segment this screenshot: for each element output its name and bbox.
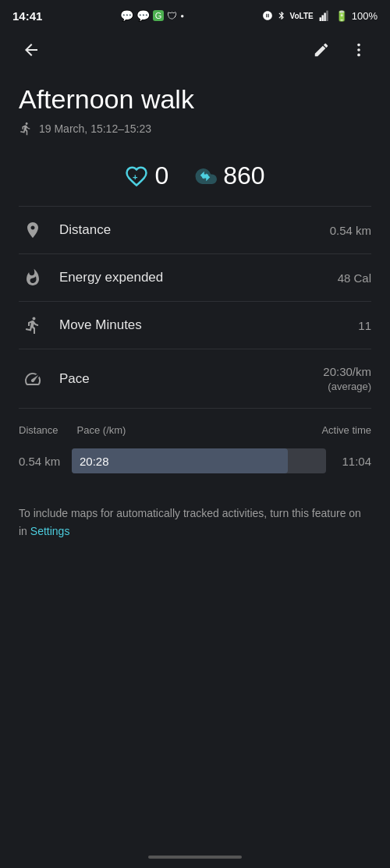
row-distance: 0.54 km [19, 455, 66, 468]
pace-bar-container: 20:28 [72, 448, 326, 473]
move-score-value: 860 [223, 161, 264, 190]
energy-icon [23, 268, 42, 287]
back-button[interactable] [16, 34, 47, 66]
battery-icon: 🔋 [335, 10, 348, 22]
status-icons: 💬 💬 G 🛡 ● [120, 9, 184, 22]
metrics-list: Distance 0.54 km Energy expended 48 Cal … [0, 207, 390, 408]
move-minutes-value: 11 [358, 319, 371, 332]
distance-label: Distance [59, 222, 330, 238]
dot-indicator: ● [180, 12, 184, 19]
activity-date: 19 March, 15:12–15:23 [39, 122, 151, 135]
svg-rect-2 [324, 13, 325, 22]
svg-text:+: + [133, 172, 138, 182]
table-row: 0.54 km 20:28 11:04 [19, 442, 371, 480]
move-minutes-metric: Move Minutes 11 [19, 302, 371, 349]
stats-row: + 0 860 [0, 143, 390, 206]
pace-metric: Pace 20:30/km (average) [19, 349, 371, 408]
pace-bar-value: 20:28 [80, 455, 109, 468]
status-time: 14:41 [12, 9, 42, 23]
pace-bar-fill: 20:28 [72, 448, 288, 473]
edit-button[interactable] [306, 34, 337, 66]
move-minutes-label: Move Minutes [59, 317, 358, 333]
table-header-left: Distance Pace (/km) [19, 424, 126, 436]
whatsapp-icon: 💬 [120, 9, 133, 22]
header-section: Afternoon walk 19 March, 15:12–15:23 [0, 72, 390, 143]
signal-icon [317, 10, 332, 21]
activity-title: Afternoon walk [19, 84, 371, 115]
energy-label: Energy expended [59, 270, 338, 285]
info-section: To include maps for automatically tracke… [0, 480, 390, 558]
move-score-icon [193, 165, 217, 188]
distance-metric: Distance 0.54 km [19, 207, 371, 254]
energy-value: 48 Cal [338, 271, 371, 285]
nav-right-buttons [306, 34, 374, 66]
svg-point-6 [357, 54, 360, 57]
alarm-icon [262, 10, 273, 21]
distance-value: 0.54 km [330, 224, 371, 237]
move-score-stat: 860 [193, 161, 264, 190]
table-header: Distance Pace (/km) Active time [19, 421, 371, 442]
svg-rect-1 [321, 15, 323, 21]
battery-percent: 100% [352, 10, 378, 22]
settings-link[interactable]: Settings [30, 525, 70, 537]
col-pace-header: Pace (/km) [77, 424, 126, 436]
status-right: VoLTE 🔋 100% [262, 10, 378, 22]
app-icon: G [153, 10, 165, 21]
status-bar: 14:41 💬 💬 G 🛡 ● VoLTE 🔋 100% [0, 0, 390, 28]
activity-subtitle: 19 March, 15:12–15:23 [19, 121, 371, 136]
energy-metric: Energy expended 48 Cal [19, 254, 371, 302]
pace-icon-container [19, 370, 47, 388]
volte-icon: VoLTE [290, 12, 314, 20]
col-distance-header: Distance [19, 424, 58, 436]
svg-point-4 [357, 44, 360, 47]
walking-icon [19, 121, 33, 136]
heart-points-stat: + 0 [125, 161, 168, 190]
distance-icon-container [19, 221, 47, 239]
top-navigation [0, 28, 390, 72]
messenger-icon: 💬 [136, 9, 150, 22]
move-minutes-icon-container [19, 316, 47, 335]
pace-label: Pace [59, 371, 323, 387]
shield-icon: 🛡 [167, 10, 177, 22]
move-minutes-icon [23, 316, 42, 335]
data-table-section: Distance Pace (/km) Active time 0.54 km … [0, 409, 390, 480]
pace-icon [23, 370, 42, 388]
pace-main: 20:30/km [323, 363, 371, 380]
heart-points-value: 0 [154, 161, 168, 190]
svg-point-5 [357, 48, 360, 51]
distance-icon [23, 221, 42, 239]
row-active-time: 11:04 [332, 455, 371, 468]
pace-value: 20:30/km (average) [323, 363, 371, 394]
info-text-content: To include maps for automatically tracke… [19, 507, 361, 537]
pace-sub: (average) [323, 380, 371, 394]
home-indicator [148, 856, 242, 859]
info-text: To include maps for automatically tracke… [19, 505, 371, 540]
svg-rect-3 [326, 11, 328, 21]
col-active-time-header: Active time [321, 424, 371, 436]
svg-rect-0 [319, 17, 321, 21]
energy-icon-container [19, 268, 47, 287]
bluetooth-icon [277, 10, 286, 21]
heart-points-icon: + [125, 165, 148, 188]
more-options-button[interactable] [343, 34, 374, 66]
